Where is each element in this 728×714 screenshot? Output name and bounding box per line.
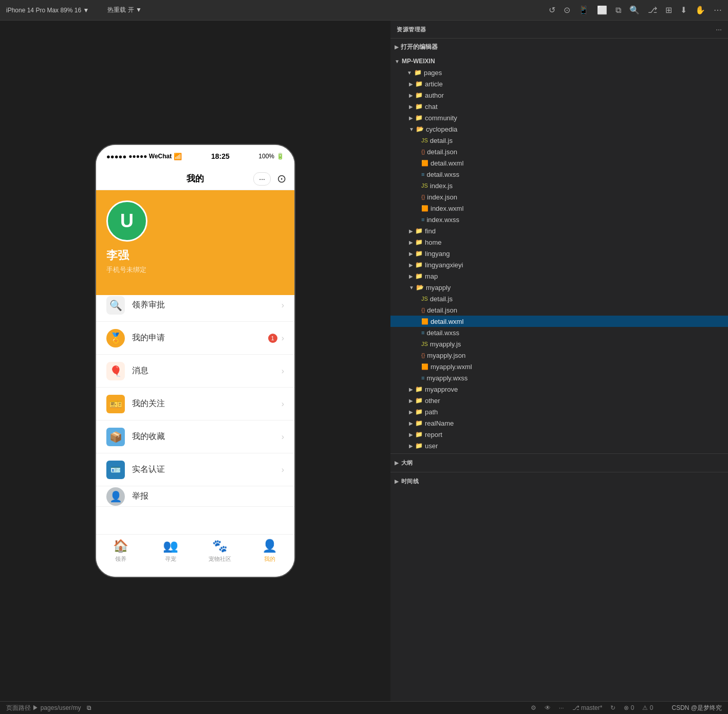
compile-icon[interactable]: ⚙ — [531, 704, 536, 711]
cyclopedia-detail-js[interactable]: JS detail.js — [390, 135, 728, 146]
myapply-detail-wxss-label: detail.wxss — [426, 329, 459, 337]
menu-item-myfocus[interactable]: 🎫 我的关注 › — [96, 388, 294, 420]
record-icon[interactable]: ⊙ — [564, 5, 570, 15]
myapply-detail-wxss[interactable]: ≡ detail.wxss — [390, 327, 728, 338]
myapprove-folder[interactable]: ▶ 📁 myapprove — [390, 383, 728, 395]
lingyangxieyi-folder[interactable]: ▶ 📁 lingyangxieyi — [390, 259, 728, 270]
map-folder[interactable]: ▶ 📁 map — [390, 270, 728, 282]
menu-item-report[interactable]: 👤 举报 — [96, 486, 294, 507]
path-folder-icon: 📁 — [415, 408, 423, 415]
chat-chevron: ▶ — [409, 104, 413, 109]
myapply-wxss-label: myapply.wxss — [426, 374, 468, 382]
cyclopedia-detail-json[interactable]: {} detail.json — [390, 146, 728, 157]
article-chevron: ▶ — [409, 81, 413, 87]
myapply-json[interactable]: {} myapply.json — [390, 350, 728, 361]
community-folder[interactable]: ▶ 📁 community — [390, 112, 728, 123]
cyclopedia-index-wxml[interactable]: 🟧 index.wxml — [390, 203, 728, 214]
path-folder[interactable]: ▶ 📁 path — [390, 406, 728, 417]
mp-weixin-header[interactable]: ▼ MP-WEIXIN — [390, 56, 728, 67]
nav-target-icon[interactable]: ⊙ — [277, 172, 286, 186]
search-icon[interactable]: 🔍 — [629, 5, 640, 15]
download-icon[interactable]: ⬇ — [680, 5, 687, 15]
tab-home[interactable]: 🏠 领养 — [96, 539, 146, 563]
myfocus-arrow: › — [282, 399, 284, 409]
other-folder[interactable]: ▶ 📁 other — [390, 395, 728, 406]
outline-chevron: ▶ — [395, 460, 399, 466]
menu-item-myapply[interactable]: 🏅 我的申请 1 › — [96, 322, 294, 355]
article-folder[interactable]: ▶ 📁 article — [390, 78, 728, 89]
outline-section: ▶ 大纲 — [390, 453, 728, 472]
map-chevron: ▶ — [409, 273, 413, 279]
myapply-json-label: myapply.json — [427, 352, 465, 359]
refresh-icon[interactable]: ↺ — [549, 5, 555, 15]
myapply-folder[interactable]: ▼ 📂 myapply — [390, 282, 728, 293]
myapply-detail-wxml[interactable]: 🟧 detail.wxml — [390, 316, 728, 327]
cyclopedia-index-wxss[interactable]: ≡ index.wxss — [390, 214, 728, 225]
home-chevron: ▶ — [409, 240, 413, 245]
grid-icon[interactable]: ⊞ — [665, 5, 672, 15]
panel-more-button[interactable]: ··· — [716, 25, 722, 33]
avatar[interactable]: U — [106, 200, 147, 242]
realname-folder[interactable]: ▶ 📁 realName — [390, 417, 728, 429]
open-editors-header[interactable]: ▶ 打开的编辑器 — [390, 41, 728, 53]
preview-icon[interactable]: 👁 — [545, 704, 551, 711]
cyclopedia-index-json[interactable]: {} index.json — [390, 191, 728, 203]
sync-icon[interactable]: ↻ — [610, 704, 615, 711]
other-chevron: ▶ — [409, 398, 413, 404]
copy-icon[interactable]: ⧉ — [87, 704, 91, 711]
device-selector[interactable]: iPhone 14 Pro Max 89% 16 ▼ — [6, 7, 89, 14]
csdn-label: CSDN @是梦终究 — [671, 704, 722, 712]
cyclopedia-detail-wxss[interactable]: ≡ detail.wxss — [390, 169, 728, 180]
menu-item-realname[interactable]: 🪪 实名认证 › — [96, 453, 294, 486]
find-folder[interactable]: ▶ 📁 find — [390, 225, 728, 236]
more-toolbar-icon[interactable]: ⋯ — [714, 5, 722, 15]
branch-icon[interactable]: ⎇ — [648, 5, 657, 15]
myapply-wxss[interactable]: ≡ myapply.wxss — [390, 372, 728, 383]
chat-folder[interactable]: ▶ 📁 chat — [390, 101, 728, 112]
find-folder-icon: 📁 — [415, 227, 423, 234]
myapply-detail-js[interactable]: JS detail.js — [390, 293, 728, 304]
pages-folder-icon: 📁 — [414, 69, 422, 76]
tab-community-icon: 🐾 — [212, 539, 228, 553]
pages-label: pages — [424, 69, 442, 77]
report-folder[interactable]: ▶ 📁 report — [390, 429, 728, 440]
author-folder[interactable]: ▶ 📁 author — [390, 89, 728, 101]
home-folder-icon: 📁 — [415, 239, 423, 246]
nav-more-button[interactable]: ··· — [253, 172, 271, 186]
user-folder[interactable]: ▶ 📁 user — [390, 440, 728, 451]
realname-arrow: › — [282, 465, 284, 474]
community-folder-icon: 📁 — [415, 114, 423, 121]
tab-my[interactable]: 👤 我的 — [245, 539, 295, 563]
more-bottom-icon[interactable]: ··· — [559, 704, 564, 711]
phone-icon[interactable]: 📱 — [578, 5, 589, 15]
user-chevron: ▶ — [409, 443, 413, 449]
main-area: ●●●●● ●●●●● WeChat 📶 18:25 100% 🔋 我的 ··· — [0, 21, 728, 701]
tab-find[interactable]: 👥 寻宠 — [146, 539, 196, 563]
window-icon[interactable]: ⬜ — [597, 5, 607, 15]
menu-item-message[interactable]: 🎈 消息 › — [96, 355, 294, 388]
outline-header[interactable]: ▶ 大纲 — [390, 457, 728, 469]
author-folder-icon: 📁 — [415, 91, 423, 99]
lingyang-folder[interactable]: ▶ 📁 lingyang — [390, 248, 728, 259]
pages-icon[interactable]: ⧉ — [615, 6, 621, 15]
community-chevron: ▶ — [409, 115, 413, 121]
cyclopedia-folder[interactable]: ▼ 📂 cyclopedia — [390, 123, 728, 135]
menu-item-adoption[interactable]: 🔍 领养审批 › — [96, 289, 294, 322]
menu-item-mycollect[interactable]: 📦 我的收藏 › — [96, 420, 294, 453]
home-folder[interactable]: ▶ 📁 home — [390, 236, 728, 248]
pages-folder[interactable]: ▼ 📁 pages — [390, 67, 728, 78]
js-icon2: JS — [421, 182, 428, 189]
timeline-header[interactable]: ▶ 时间线 — [390, 475, 728, 487]
myapply-js[interactable]: JS myapply.js — [390, 338, 728, 350]
lingyangxieyi-chevron: ▶ — [409, 262, 413, 268]
cyclopedia-index-wxml-label: index.wxml — [431, 205, 463, 212]
tab-community[interactable]: 🐾 宠物社区 — [195, 539, 245, 563]
myapply-detail-json[interactable]: {} detail.json — [390, 304, 728, 316]
profile-section: U 李强 手机号未绑定 — [96, 190, 294, 295]
cyclopedia-detail-wxml[interactable]: 🟧 detail.wxml — [390, 157, 728, 169]
cyclopedia-index-js[interactable]: JS index.js — [390, 180, 728, 191]
cyclopedia-chevron: ▼ — [409, 126, 414, 132]
myapply-wxml[interactable]: 🟧 myapply.wxml — [390, 361, 728, 372]
hand-icon[interactable]: ✋ — [695, 5, 705, 15]
hot-reload[interactable]: 热重载 开 ▼ — [107, 6, 142, 14]
